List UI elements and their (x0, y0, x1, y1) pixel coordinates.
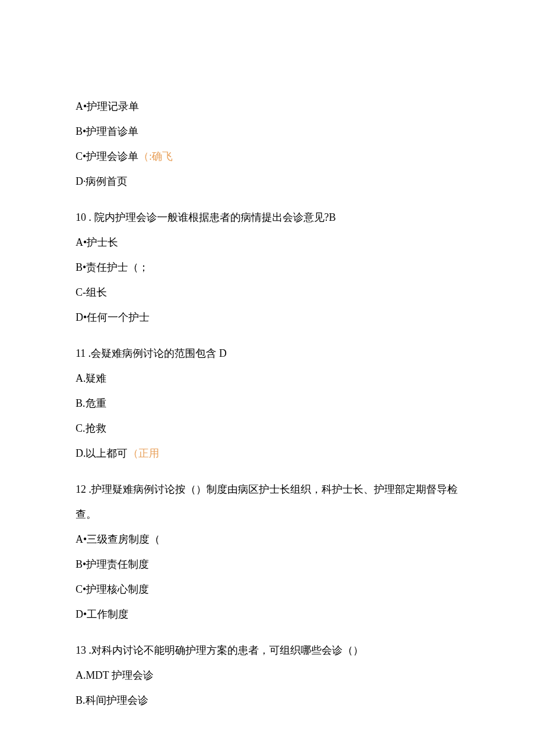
option-text: B•责任护士（； (76, 261, 149, 273)
annotation-text: （:确飞 (138, 151, 173, 162)
option-text: D.以上都可 (76, 447, 128, 459)
q9-option-d: D·病例首页 (76, 174, 459, 189)
q11-option-b: B.危重 (76, 396, 459, 411)
q11-option-a: A.疑难 (76, 371, 459, 386)
option-text: B•护理责任制度 (76, 558, 149, 570)
option-text: C•护理会诊单 (76, 151, 138, 162)
q9-option-a: A•护理记录单 (76, 99, 459, 114)
question-number: 11 (76, 347, 85, 359)
question-text: .对科内讨论不能明确护理方案的患者，可组织哪些会诊（） (86, 644, 363, 656)
option-text: D•工作制度 (76, 608, 129, 620)
option-text: A.疑难 (76, 372, 107, 384)
option-text: B.危重 (76, 397, 106, 409)
option-text: A•三级查房制度（ (76, 533, 160, 545)
q10-option-a: A•护士长 (76, 235, 459, 250)
q9-option-b: B•护理首诊单 (76, 124, 459, 139)
question-number: 10 (76, 212, 86, 223)
q10-stem: 10 . 院内护理会诊一般谁根据患者的病情提出会诊意见?B (76, 210, 459, 225)
q13-option-b: B.科间护理会诊 (76, 693, 459, 708)
option-text: B.科间护理会诊 (76, 694, 148, 706)
annotation-text: （正用 (128, 447, 159, 459)
q10-option-c: C-组长 (76, 285, 459, 300)
q12-option-d: D•工作制度 (76, 607, 459, 622)
q13-option-a: A.MDT 护理会诊 (76, 668, 459, 683)
q12-stem-line1: 12 .护理疑难病例讨论按（）制度由病区护士长组织，科护士长、护理部定期督导检 (76, 482, 459, 497)
option-text: C•护理核心制度 (76, 583, 149, 595)
option-text: C-组长 (76, 286, 107, 298)
question-text: . 院内护理会诊一般谁根据患者的病情提出会诊意见?B (86, 212, 336, 223)
question-text: 查。 (76, 508, 97, 520)
q11-option-d: D.以上都可（正用 (76, 446, 459, 461)
option-text: C.抢救 (76, 422, 106, 434)
q13-stem: 13 .对科内讨论不能明确护理方案的患者，可组织哪些会诊（） (76, 643, 459, 658)
q11-stem: 11 .会疑难病例讨论的范围包含 D (76, 346, 459, 361)
q12-stem-line2: 查。 (76, 507, 459, 522)
option-text: D•任何一个护士 (76, 311, 149, 323)
q12-option-a: A•三级查房制度（ (76, 532, 459, 547)
q12-option-b: B•护理责任制度 (76, 557, 459, 572)
option-text: B•护理首诊单 (76, 126, 138, 137)
q10-option-b: B•责任护士（； (76, 260, 459, 275)
option-text: A•护士长 (76, 237, 118, 248)
option-text: A•护理记录单 (76, 101, 139, 112)
option-text: A.MDT 护理会诊 (76, 669, 154, 681)
q11-option-c: C.抢救 (76, 421, 459, 436)
question-number: 12 (76, 483, 86, 495)
option-text: D·病例首页 (76, 175, 128, 187)
question-text: .护理疑难病例讨论按（）制度由病区护士长组织，科护士长、护理部定期督导检 (86, 483, 458, 495)
question-text: .会疑难病例讨论的范围包含 D (85, 347, 227, 359)
q12-option-c: C•护理核心制度 (76, 582, 459, 597)
question-number: 13 (76, 644, 86, 656)
q10-option-d: D•任何一个护士 (76, 310, 459, 325)
q9-option-c: C•护理会诊单（:确飞 (76, 149, 459, 164)
